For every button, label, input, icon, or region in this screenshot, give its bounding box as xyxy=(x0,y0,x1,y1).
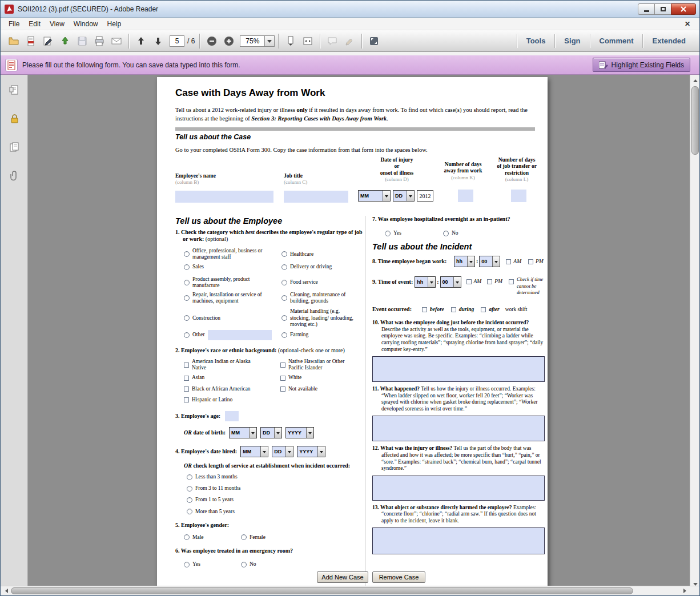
previous-page-icon[interactable] xyxy=(133,34,149,49)
add-new-case-button[interactable]: Add New Case xyxy=(317,571,368,583)
scroll-left-icon[interactable] xyxy=(1,586,10,595)
dropdown-arrow-icon[interactable] xyxy=(453,277,461,287)
radio-other[interactable] xyxy=(184,332,190,338)
attachments-icon[interactable] xyxy=(7,168,22,183)
dropdown-arrow-icon[interactable] xyxy=(306,428,313,438)
radio-3-11-months[interactable] xyxy=(187,486,192,492)
extended-panel-button[interactable]: Extended xyxy=(643,37,695,45)
comment-panel-button[interactable]: Comment xyxy=(590,37,643,45)
radio-1-5-years[interactable] xyxy=(187,497,192,503)
maximize-button[interactable] xyxy=(654,3,671,15)
checkbox-hispanic-latino[interactable] xyxy=(184,397,189,402)
q12-injury-textarea[interactable] xyxy=(372,476,545,501)
job-transfer-days-input[interactable] xyxy=(511,190,526,202)
dropdown-arrow-icon[interactable] xyxy=(407,191,414,201)
hired-month-select[interactable]: MM xyxy=(240,446,268,457)
radio-er-yes[interactable] xyxy=(184,562,190,567)
other-category-input[interactable] xyxy=(208,330,272,340)
checkbox-american-indian[interactable] xyxy=(184,363,189,368)
menu-file[interactable]: File xyxy=(4,19,24,29)
zoom-dropdown-icon[interactable] xyxy=(265,35,275,47)
radio-er-no[interactable] xyxy=(241,562,247,567)
q11-what-happened-textarea[interactable] xyxy=(372,416,545,441)
vertical-scrollbar[interactable] xyxy=(690,75,699,590)
radio-female[interactable] xyxy=(241,534,247,540)
dob-year-select[interactable]: YYYY xyxy=(285,427,314,438)
checkbox-black-african-american[interactable] xyxy=(184,386,189,392)
radio-office-staff[interactable] xyxy=(184,251,190,257)
menu-view[interactable]: View xyxy=(45,19,69,29)
hired-day-select[interactable]: DD xyxy=(272,446,293,457)
remove-case-button[interactable]: Remove Case xyxy=(372,571,425,583)
checkbox-began-am[interactable] xyxy=(506,259,511,264)
checkbox-not-available[interactable] xyxy=(280,386,285,392)
radio-healthcare[interactable] xyxy=(281,251,287,257)
hired-year-select[interactable]: YYYY xyxy=(297,446,325,457)
injury-day-select[interactable]: DD xyxy=(393,190,415,202)
radio-hospitalized-yes[interactable] xyxy=(385,231,391,236)
comment-bubble-icon[interactable] xyxy=(324,34,340,49)
dropdown-arrow-icon[interactable] xyxy=(274,428,281,438)
checkbox-time-undetermined[interactable] xyxy=(509,279,514,284)
checkbox-white[interactable] xyxy=(280,376,285,381)
open-icon[interactable] xyxy=(6,34,22,49)
menu-edit[interactable]: Edit xyxy=(24,19,45,29)
radio-male[interactable] xyxy=(184,534,190,540)
email-icon[interactable] xyxy=(108,34,124,49)
zoom-out-icon[interactable] xyxy=(204,34,220,49)
menu-help[interactable]: Help xyxy=(103,19,126,29)
dropdown-arrow-icon[interactable] xyxy=(260,446,268,457)
checkbox-during[interactable] xyxy=(451,307,456,312)
radio-repair-installation[interactable] xyxy=(184,295,190,301)
dropdown-arrow-icon[interactable] xyxy=(249,428,256,438)
radio-hospitalized-no[interactable] xyxy=(443,231,449,236)
radio-material-handling[interactable] xyxy=(281,315,287,321)
scroll-right-icon[interactable] xyxy=(681,586,691,595)
radio-cleaning-maintenance[interactable] xyxy=(281,295,287,301)
dropdown-arrow-icon[interactable] xyxy=(383,191,390,201)
checkbox-before[interactable] xyxy=(422,307,427,312)
dob-day-select[interactable]: DD xyxy=(260,427,282,438)
horizontal-scrollbar[interactable] xyxy=(1,586,700,595)
zoom-level-input[interactable]: 75% xyxy=(240,35,265,47)
tools-panel-button[interactable]: Tools xyxy=(517,37,555,45)
radio-farming[interactable] xyxy=(281,332,287,338)
radio-construction[interactable] xyxy=(184,315,190,321)
job-title-input[interactable] xyxy=(284,191,348,203)
dob-month-select[interactable]: MM xyxy=(229,427,257,438)
dropdown-arrow-icon[interactable] xyxy=(492,256,500,267)
fit-width-icon[interactable] xyxy=(300,34,316,49)
share-icon[interactable] xyxy=(57,34,73,49)
page-number-input[interactable]: 5 xyxy=(170,35,184,47)
began-hour-select[interactable]: hh xyxy=(454,256,475,267)
checkbox-asian[interactable] xyxy=(184,376,189,381)
checkbox-event-pm[interactable] xyxy=(487,279,492,284)
radio-sales[interactable] xyxy=(184,264,190,270)
vertical-scroll-thumb[interactable] xyxy=(691,86,699,155)
annotate-icon[interactable] xyxy=(341,34,357,49)
zoom-in-icon[interactable] xyxy=(221,34,237,49)
dropdown-arrow-icon[interactable] xyxy=(285,446,293,457)
radio-less-3-months[interactable] xyxy=(187,474,192,480)
employee-name-input[interactable] xyxy=(175,191,273,203)
event-hour-select[interactable]: hh xyxy=(415,276,436,288)
horizontal-scroll-thumb[interactable] xyxy=(11,587,633,594)
q10-activity-textarea[interactable] xyxy=(372,356,545,382)
sign-icon[interactable] xyxy=(40,34,56,49)
event-minute-select[interactable]: 00 xyxy=(440,276,461,288)
menu-window[interactable]: Window xyxy=(69,19,103,29)
print-icon[interactable] xyxy=(91,34,107,49)
title-bar[interactable]: SOII2012 (3).pdf (SECURED) - Adobe Reade… xyxy=(1,1,699,18)
dropdown-arrow-icon[interactable] xyxy=(317,446,325,457)
employee-age-input[interactable] xyxy=(225,411,239,421)
security-lock-icon[interactable] xyxy=(7,111,22,126)
q13-object-textarea[interactable] xyxy=(372,527,545,554)
page-thumbnails-icon[interactable] xyxy=(7,83,22,98)
checkbox-began-pm[interactable] xyxy=(528,259,533,264)
pages-panel-icon[interactable] xyxy=(7,140,22,155)
radio-product-assembly[interactable] xyxy=(184,280,190,285)
checkbox-after[interactable] xyxy=(481,307,486,312)
dropdown-arrow-icon[interactable] xyxy=(467,256,474,267)
checkbox-event-am[interactable] xyxy=(466,279,472,284)
radio-delivery-driving[interactable] xyxy=(281,264,287,270)
